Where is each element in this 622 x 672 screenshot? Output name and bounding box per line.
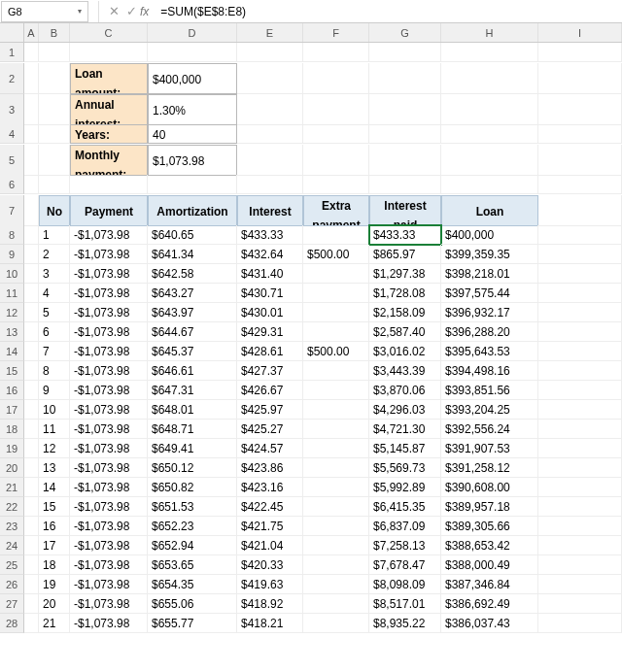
cell-amortization[interactable]: $655.77 <box>148 614 237 633</box>
cell-no[interactable]: 11 <box>39 420 70 439</box>
cell[interactable] <box>24 420 39 439</box>
cell[interactable] <box>24 225 39 245</box>
cell[interactable] <box>369 94 441 125</box>
cell[interactable] <box>24 124 39 144</box>
cell-interest[interactable]: $427.37 <box>237 361 303 381</box>
annual-interest-value[interactable]: 1.30% <box>148 94 237 125</box>
cell[interactable] <box>538 175 622 194</box>
cell-extra[interactable] <box>303 458 369 478</box>
cell[interactable] <box>148 43 237 62</box>
cell-payment[interactable]: -$1,073.98 <box>70 245 148 264</box>
select-all-corner[interactable] <box>0 23 24 42</box>
cell-interest[interactable]: $418.92 <box>237 594 303 614</box>
cell[interactable] <box>303 175 369 194</box>
cell[interactable] <box>538 43 622 62</box>
cell-loan[interactable]: $389,957.18 <box>441 497 538 517</box>
years-label[interactable]: Years: <box>70 124 148 144</box>
row-header[interactable]: 4 <box>0 124 24 144</box>
row-header[interactable]: 18 <box>0 420 24 439</box>
cell-interest[interactable]: $426.67 <box>237 381 303 400</box>
cell-no[interactable]: 3 <box>39 264 70 284</box>
cell-interest-paid[interactable]: $2,587.40 <box>369 322 441 342</box>
cell-amortization[interactable]: $646.61 <box>148 361 237 381</box>
cell-interest-paid[interactable]: $4,296.03 <box>369 400 441 420</box>
cell-no[interactable]: 4 <box>39 284 70 303</box>
cell-no[interactable]: 20 <box>39 594 70 614</box>
cell-amortization[interactable]: $655.06 <box>148 594 237 614</box>
cell-interest[interactable]: $422.45 <box>237 497 303 517</box>
cell-loan[interactable]: $394,498.16 <box>441 361 538 381</box>
row-header[interactable]: 22 <box>0 497 24 517</box>
cell-no[interactable]: 17 <box>39 536 70 555</box>
header-payment[interactable]: Payment <box>70 195 148 226</box>
cell-payment[interactable]: -$1,073.98 <box>70 420 148 439</box>
cell-extra[interactable] <box>303 284 369 303</box>
cell-payment[interactable]: -$1,073.98 <box>70 614 148 633</box>
cell[interactable] <box>24 175 39 194</box>
cell-interest[interactable]: $429.31 <box>237 322 303 342</box>
cell-extra[interactable] <box>303 497 369 517</box>
cell[interactable] <box>24 478 39 497</box>
cell-loan[interactable]: $387,346.84 <box>441 575 538 594</box>
cell-interest[interactable]: $425.97 <box>237 400 303 420</box>
cell[interactable] <box>24 342 39 361</box>
cell-interest-paid[interactable]: $8,935.22 <box>369 614 441 633</box>
years-value[interactable]: 40 <box>148 124 237 144</box>
cell-no[interactable]: 10 <box>39 400 70 420</box>
cell[interactable] <box>24 439 39 458</box>
cell-loan[interactable]: $399,359.35 <box>441 245 538 264</box>
loan-amount-value[interactable]: $400,000 <box>148 63 237 94</box>
cell[interactable] <box>369 145 441 176</box>
cell-no[interactable]: 13 <box>39 458 70 478</box>
cell-amortization[interactable]: $648.71 <box>148 420 237 439</box>
cell-payment[interactable]: -$1,073.98 <box>70 575 148 594</box>
cell-extra[interactable] <box>303 381 369 400</box>
cell-payment[interactable]: -$1,073.98 <box>70 517 148 536</box>
cell[interactable] <box>441 94 538 125</box>
cell[interactable] <box>24 400 39 420</box>
monthly-payment-value[interactable]: $1,073.98 <box>148 145 237 176</box>
cell-no[interactable]: 5 <box>39 303 70 322</box>
cell[interactable] <box>24 614 39 633</box>
name-box[interactable]: G8 ▾ <box>1 1 88 22</box>
cell-payment[interactable]: -$1,073.98 <box>70 381 148 400</box>
fx-icon[interactable]: fx <box>140 5 149 18</box>
row-header[interactable]: 26 <box>0 575 24 594</box>
cell-amortization[interactable]: $644.67 <box>148 322 237 342</box>
row-header[interactable]: 8 <box>0 225 24 245</box>
cell[interactable] <box>538 478 622 497</box>
row-header[interactable]: 15 <box>0 361 24 381</box>
spreadsheet-grid[interactable]: A B C D E F G H I 12Loanamount:$400,0003… <box>0 23 622 633</box>
row-header[interactable]: 9 <box>0 245 24 264</box>
cell[interactable] <box>24 195 39 226</box>
cell-extra[interactable] <box>303 400 369 420</box>
cell-interest[interactable]: $433.33 <box>237 225 303 245</box>
cell-loan[interactable]: $391,258.12 <box>441 458 538 478</box>
cell-payment[interactable]: -$1,073.98 <box>70 303 148 322</box>
cell[interactable] <box>24 284 39 303</box>
cell-interest-paid[interactable]: $3,443.39 <box>369 361 441 381</box>
row-header[interactable]: 6 <box>0 175 24 194</box>
cell-loan[interactable]: $397,575.44 <box>441 284 538 303</box>
col-header[interactable]: I <box>538 23 622 42</box>
cancel-icon[interactable]: ✕ <box>105 4 122 18</box>
formula-input[interactable]: =SUM($E$8:E8) <box>156 5 622 18</box>
cell-interest-paid[interactable]: $865.97 <box>369 245 441 264</box>
cell-extra[interactable] <box>303 555 369 575</box>
cell-no[interactable]: 9 <box>39 381 70 400</box>
header-interest-paid[interactable]: Interestpaid <box>369 195 441 226</box>
cell-interest-paid[interactable]: $5,992.89 <box>369 478 441 497</box>
col-header[interactable]: A <box>24 23 39 42</box>
cell[interactable] <box>441 145 538 176</box>
row-header[interactable]: 12 <box>0 303 24 322</box>
cell-interest-paid[interactable]: $433.33 <box>369 225 441 245</box>
cell-no[interactable]: 7 <box>39 342 70 361</box>
cell[interactable] <box>369 124 441 144</box>
header-no[interactable]: No <box>39 195 70 226</box>
cell[interactable] <box>441 43 538 62</box>
cell[interactable] <box>24 303 39 322</box>
header-loan[interactable]: Loan <box>441 195 538 226</box>
col-header[interactable]: B <box>39 23 70 42</box>
cell-loan[interactable]: $395,643.53 <box>441 342 538 361</box>
cell-payment[interactable]: -$1,073.98 <box>70 342 148 361</box>
